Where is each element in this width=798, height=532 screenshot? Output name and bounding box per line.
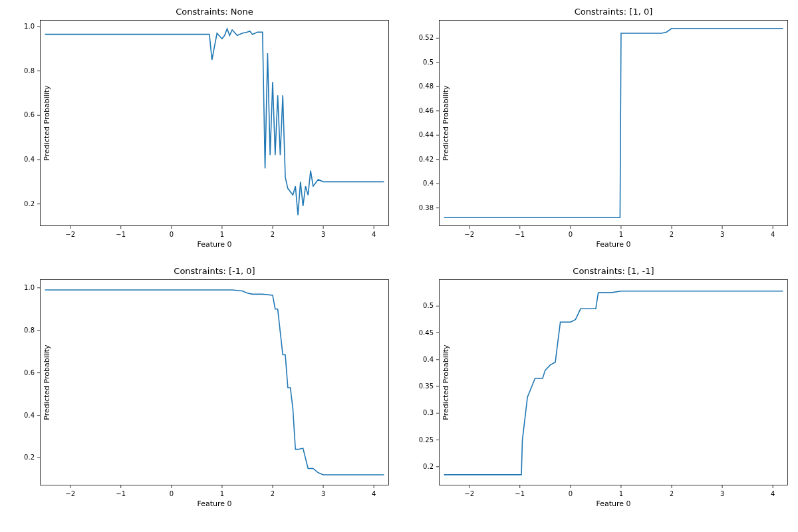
y-axis-label: Predicted Probability: [43, 344, 51, 420]
x-tick-label: 4: [771, 231, 775, 238]
x-axis-label: Feature 0: [439, 240, 788, 249]
x-tick-label: 1: [619, 231, 623, 238]
y-tick-label: 0.6: [24, 111, 35, 118]
x-tick-label: 4: [771, 490, 775, 497]
figure: Constraints: None Feature 0 Predicted Pr…: [0, 0, 798, 532]
x-tick-label: −2: [464, 490, 474, 497]
x-tick-label: 4: [372, 490, 376, 497]
y-tick-label: 0.2: [423, 463, 434, 470]
subplot-constraints-1-0: Constraints: [1, 0] Feature 0 Predicted …: [439, 20, 788, 226]
x-tick-label: −2: [464, 231, 474, 238]
y-axis-label: Predicted Probability: [43, 85, 51, 160]
subplot-constraints-1-neg1: Constraints: [1, -1] Feature 0 Predicted…: [439, 279, 788, 485]
y-tick-label: 0.44: [419, 131, 434, 138]
x-tick-label: 3: [321, 231, 325, 238]
y-tick-label: 0.42: [419, 156, 434, 163]
x-axis-label: Feature 0: [40, 499, 389, 508]
y-tick-label: 0.6: [24, 369, 35, 376]
y-tick-label: 0.5: [423, 302, 434, 309]
y-tick-label: 0.45: [419, 329, 434, 336]
x-tick-label: −1: [515, 490, 525, 497]
chart-title: Constraints: [1, -1]: [439, 266, 788, 276]
y-tick-label: 0.48: [419, 82, 434, 90]
x-tick-label: −1: [116, 231, 126, 238]
y-tick-label: 0.3: [423, 409, 434, 416]
subplot-constraints-neg1-0: Constraints: [-1, 0] Feature 0 Predicted…: [40, 279, 389, 485]
y-axis-label: Predicted Probability: [442, 344, 450, 420]
y-tick-label: 0.35: [419, 382, 434, 390]
y-tick-label: 0.8: [24, 67, 35, 74]
x-tick-label: 2: [670, 231, 674, 238]
y-tick-label: 0.38: [419, 204, 434, 211]
y-tick-label: 0.46: [419, 107, 434, 114]
axes-frame: [41, 21, 389, 226]
data-line: [45, 29, 384, 215]
y-tick-label: 0.4: [24, 412, 35, 419]
chart-title: Constraints: None: [40, 7, 389, 17]
x-tick-label: 3: [720, 231, 724, 238]
x-tick-label: 1: [619, 490, 623, 497]
plot-area: −2−1012340.20.40.60.81.0: [40, 279, 389, 485]
y-axis-label: Predicted Probability: [442, 85, 450, 160]
x-tick-label: −1: [515, 231, 525, 238]
chart-title: Constraints: [1, 0]: [439, 7, 788, 17]
y-tick-label: 0.4: [24, 156, 35, 163]
y-tick-label: 0.52: [419, 34, 434, 41]
y-tick-label: 0.25: [419, 436, 434, 444]
data-line: [444, 29, 783, 217]
chart-title: Constraints: [-1, 0]: [40, 266, 389, 276]
x-axis-label: Feature 0: [40, 240, 389, 249]
x-tick-label: 0: [569, 490, 573, 497]
x-tick-label: 2: [670, 490, 674, 497]
y-tick-label: 1.0: [24, 23, 35, 30]
x-tick-label: 0: [170, 231, 174, 238]
y-tick-label: 0.4: [423, 180, 434, 187]
subplot-constraints-none: Constraints: None Feature 0 Predicted Pr…: [40, 20, 389, 226]
x-tick-label: −2: [65, 231, 75, 238]
x-tick-label: 3: [720, 490, 724, 497]
y-tick-label: 1.0: [24, 284, 35, 291]
data-line: [444, 291, 783, 475]
plot-area: −2−1012340.380.40.420.440.460.480.50.52: [439, 20, 788, 226]
x-axis-label: Feature 0: [439, 499, 788, 508]
x-tick-label: 1: [220, 231, 224, 238]
x-tick-label: 2: [271, 231, 275, 238]
x-tick-label: 0: [170, 490, 174, 497]
x-tick-label: 0: [569, 231, 573, 238]
y-tick-label: 0.8: [24, 327, 35, 334]
plot-area: −2−1012340.20.40.60.81.0: [40, 20, 389, 226]
x-tick-label: 1: [220, 490, 224, 497]
plot-area: −2−1012340.20.250.30.350.40.450.5: [439, 279, 788, 485]
x-tick-label: 2: [271, 490, 275, 497]
y-tick-label: 0.4: [423, 356, 434, 363]
x-tick-label: 3: [321, 490, 325, 497]
y-tick-label: 0.2: [24, 200, 35, 207]
x-tick-label: −1: [116, 490, 126, 497]
axes-frame: [440, 21, 788, 226]
axes-frame: [41, 280, 389, 485]
x-tick-label: −2: [65, 490, 75, 497]
axes-frame: [440, 280, 788, 485]
y-tick-label: 0.2: [24, 454, 35, 461]
data-line: [45, 290, 384, 475]
x-tick-label: 4: [372, 231, 376, 238]
y-tick-label: 0.5: [423, 59, 434, 66]
